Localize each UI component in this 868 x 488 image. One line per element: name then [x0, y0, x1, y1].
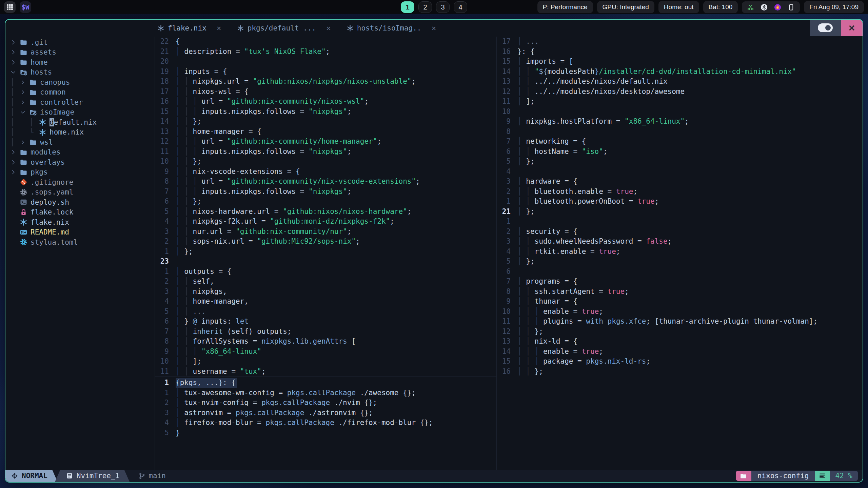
- window-toggle-button[interactable]: [810, 20, 841, 36]
- code-line[interactable]: 17│ ...: [497, 37, 863, 47]
- code-line[interactable]: 21│ };: [497, 207, 863, 217]
- code-line[interactable]: 7│ programs = {: [497, 277, 863, 287]
- code-line[interactable]: 2│ │ self,: [155, 277, 496, 287]
- code-line[interactable]: 6│ } @ inputs: let: [155, 317, 496, 327]
- tree-item-flake-nix[interactable]: flake.nix: [10, 217, 155, 227]
- window-close-button[interactable]: ×: [841, 20, 863, 36]
- tree-item-flake-lock[interactable]: flake.lock: [10, 207, 155, 218]
- code-line[interactable]: 18│ │ nixpkgs.url = "github:nixos/nixpkg…: [155, 77, 496, 87]
- code-line[interactable]: 15│ │ │ package = pkgs.nix-ld-rs;: [497, 357, 863, 367]
- tab-flake-nix[interactable]: flake.nix×: [157, 24, 221, 32]
- layout-indicator[interactable]: $W: [20, 1, 31, 13]
- workspace-4[interactable]: 4: [454, 1, 467, 13]
- code-line[interactable]: 8│ │ │ url = "github:nix-community/nix-v…: [155, 177, 496, 187]
- tree-item-default-nix[interactable]: │ │default.nix: [10, 117, 155, 127]
- code-line[interactable]: 5│ │ ...: [155, 307, 496, 317]
- tree-item-modules[interactable]: modules: [10, 147, 155, 158]
- code-line[interactable]: 2│ tux-nvim-config = pkgs.callPackage ./…: [155, 398, 496, 408]
- launcher-button[interactable]: [4, 1, 16, 13]
- code-line[interactable]: 19│ inputs = {: [155, 67, 496, 77]
- code-line[interactable]: 16}: {: [497, 47, 863, 57]
- tree-item-sops-yaml[interactable]: .sops.yaml: [10, 187, 155, 198]
- code-line[interactable]: 3│ │ nixpkgs,: [155, 287, 496, 297]
- code-line[interactable]: 4│ │ nixpkgs-f2k.url = "github:moni-dz/n…: [155, 217, 496, 227]
- code-line[interactable]: 1│ outputs = {: [155, 267, 496, 277]
- code-line[interactable]: 9│ nixpkgs.hostPlatform = "x86_64-linux"…: [497, 117, 863, 127]
- code-line[interactable]: 12│ │ };: [497, 327, 863, 337]
- code-line[interactable]: 1{pkgs, ...}: {: [155, 378, 496, 388]
- tree-item-assets[interactable]: assets: [10, 47, 155, 58]
- tree-item-home-nix[interactable]: │ └home.nix: [10, 127, 155, 138]
- workspace-3[interactable]: 3: [436, 1, 450, 13]
- code-line[interactable]: 16│ │ │ url = "github:nix-community/nixo…: [155, 97, 496, 107]
- tab-hosts-isoimag[interactable]: hosts/isoImag..×: [347, 24, 436, 32]
- code-line[interactable]: 6│ │ };: [155, 197, 496, 207]
- code-line[interactable]: 12│ │ ../../modules/nixos/desktop/awesom…: [497, 87, 863, 97]
- tree-item-isoimage[interactable]: │isoImage: [10, 107, 155, 118]
- tree-item-common[interactable]: │common: [10, 87, 155, 98]
- code-line[interactable]: 11│ │ │ inputs.nixpkgs.follows = "nixpkg…: [155, 147, 496, 157]
- code-line[interactable]: 4│ │ rtkit.enable = true;: [497, 247, 863, 257]
- code-line[interactable]: 10│ │ ];: [155, 357, 496, 367]
- tree-item-git[interactable]: .git: [10, 37, 155, 47]
- tree-item-readme-md[interactable]: README.md: [10, 227, 155, 238]
- code-line[interactable]: 14│ │ "${modulesPath}/installer/cd-dvd/i…: [497, 67, 863, 77]
- code-line[interactable]: 13│ │ nix-ld = {: [497, 337, 863, 347]
- code-line[interactable]: 14│ │ };: [155, 117, 496, 127]
- flame-icon[interactable]: [774, 3, 782, 11]
- code-line[interactable]: 15│ │ │ inputs.nixpkgs.follows = "nixpkg…: [155, 107, 496, 117]
- code-line[interactable]: 10│ │ };: [155, 157, 496, 167]
- code-line[interactable]: 8│ │ forAllSystems = nixpkgs.lib.genAttr…: [155, 337, 496, 347]
- code-line[interactable]: 21│ description = "tux's NixOS Flake";: [155, 47, 496, 57]
- code-line[interactable]: 1│ tux-awesome-wm-config = pkgs.callPack…: [155, 388, 496, 398]
- code-line[interactable]: 4│ │ home-manager,: [155, 297, 496, 307]
- code-line[interactable]: 13│ │ ../../modules/nixos/default.nix: [497, 77, 863, 87]
- code-line[interactable]: 11│ │ username = "tux";: [155, 367, 496, 377]
- code-line[interactable]: 16│ │ };: [497, 367, 863, 377]
- code-line[interactable]: 2│ security = {: [497, 227, 863, 237]
- code-line[interactable]: 5│ };: [497, 257, 863, 267]
- tree-item-wsl[interactable]: │wsl: [10, 137, 155, 147]
- editor-pkgs-default-nix[interactable]: 1{pkgs, ...}: {1│ tux-awesome-wm-config …: [155, 377, 496, 470]
- code-line[interactable]: 3│ hardware = {: [497, 177, 863, 187]
- code-line[interactable]: 20: [155, 57, 496, 67]
- phone-icon[interactable]: [787, 3, 795, 11]
- code-line[interactable]: 8│ │ ssh.startAgent = true;: [497, 287, 863, 297]
- editor-flake-nix[interactable]: 22{21│ description = "tux's NixOS Flake"…: [155, 37, 496, 377]
- code-line[interactable]: 23: [155, 257, 496, 267]
- code-line[interactable]: 11│ │ │ plugins = with pkgs.xfce; [thuna…: [497, 317, 863, 327]
- code-line[interactable]: 9│ │ │ "x86_64-linux": [155, 347, 496, 357]
- code-line[interactable]: 4: [497, 167, 863, 177]
- code-line[interactable]: 10: [497, 107, 863, 117]
- code-line[interactable]: 7│ │ │ inputs.nixpkgs.follows = "nixpkgs…: [155, 187, 496, 197]
- code-line[interactable]: 8: [497, 127, 863, 137]
- workspace-1[interactable]: 1: [401, 1, 414, 13]
- code-line[interactable]: 9│ │ nix-vscode-extensions = {: [155, 167, 496, 177]
- bluetooth-icon[interactable]: [760, 3, 768, 11]
- code-line[interactable]: 4│ firefox-mod-blur = pkgs.callPackage .…: [155, 418, 496, 428]
- code-line[interactable]: 5}: [155, 428, 496, 438]
- code-line[interactable]: 2│ │ sops-nix.url = "github:Mic92/sops-n…: [155, 237, 496, 247]
- code-line[interactable]: 3│ astronvim = pkgs.callPackage ./astron…: [155, 408, 496, 418]
- code-line[interactable]: 5│ │ nixos-hardware.url = "github:nixos/…: [155, 207, 496, 217]
- code-line[interactable]: 1│ };: [155, 247, 496, 257]
- tree-item-overlays[interactable]: overlays: [10, 157, 155, 167]
- code-line[interactable]: 22{: [155, 37, 496, 47]
- code-line[interactable]: 12│ │ │ url = "github:nix-community/home…: [155, 137, 496, 147]
- code-line[interactable]: 1: [497, 217, 863, 227]
- code-line[interactable]: 6│ │ hostName = "iso";: [497, 147, 863, 157]
- tree-item-stylua-toml[interactable]: stylua.toml: [10, 237, 155, 247]
- tree-item-controller[interactable]: │controller: [10, 97, 155, 107]
- tree-item-deploy-sh[interactable]: deploy.sh: [10, 197, 155, 207]
- editor-hosts-isoimage-default-nix[interactable]: 17│ ...16}: {15│ imports = [14│ │ "${mod…: [496, 37, 863, 470]
- tab-pkgs-default[interactable]: pkgs/default ...×: [237, 24, 331, 32]
- code-line[interactable]: 11│ ];: [497, 97, 863, 107]
- tree-item-canopus[interactable]: │canopus: [10, 77, 155, 87]
- tree-item-gitignore[interactable]: .gitignore: [10, 177, 155, 187]
- code-line[interactable]: 1│ │ bluetooth.powerOnBoot = true;: [497, 197, 863, 207]
- code-line[interactable]: 7│ networking = {: [497, 137, 863, 147]
- tree-item-hosts[interactable]: hosts: [10, 67, 155, 78]
- code-line[interactable]: 5│ };: [497, 157, 863, 167]
- tab-close-icon[interactable]: ×: [217, 24, 221, 32]
- code-line[interactable]: 9│ │ thunar = {: [497, 297, 863, 307]
